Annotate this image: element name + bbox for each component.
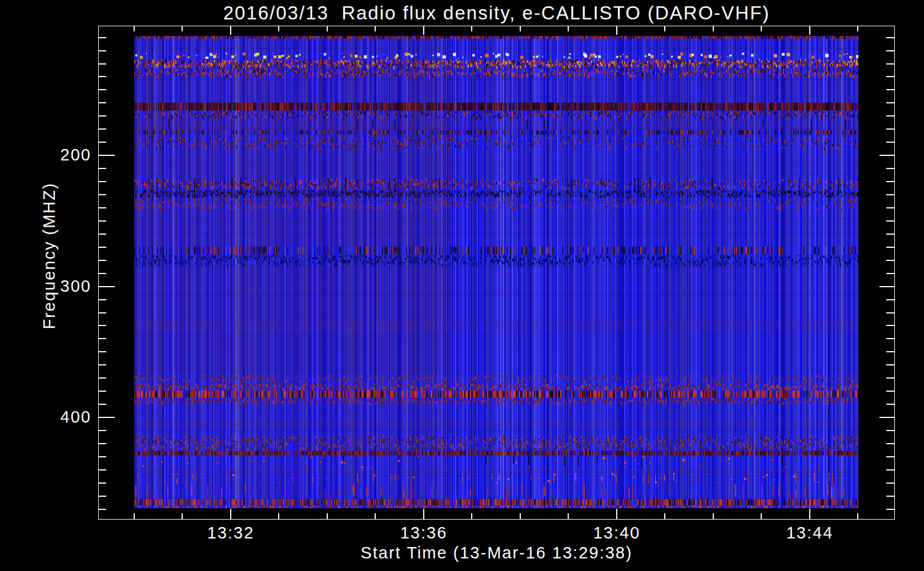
y-minor-tick-right: [886, 404, 894, 405]
y-minor-tick-right: [886, 273, 894, 274]
y-minor-tick: [99, 364, 106, 365]
x-minor-tick: [182, 513, 183, 519]
y-minor-tick-right: [886, 50, 894, 51]
y-minor-tick-right: [886, 456, 894, 457]
y-minor-tick-right: [886, 377, 894, 379]
y-minor-tick: [99, 234, 106, 235]
y-minor-tick: [99, 37, 106, 38]
y-minor-tick: [99, 482, 106, 484]
y-major-tick-right: [879, 417, 894, 418]
y-minor-tick-right: [886, 299, 894, 300]
y-minor-tick: [99, 273, 106, 274]
x-major-tick: [809, 509, 810, 519]
spectrogram-canvas: [134, 36, 858, 508]
y-minor-tick-right: [886, 338, 894, 339]
x-minor-tick-top: [568, 26, 569, 31]
y-minor-tick: [99, 391, 106, 392]
y-minor-tick-right: [886, 496, 894, 497]
y-minor-tick: [99, 299, 106, 300]
x-minor-tick: [278, 513, 279, 519]
x-minor-tick: [520, 513, 521, 519]
y-minor-tick: [99, 168, 106, 169]
y-minor-tick: [99, 260, 106, 261]
y-minor-tick-right: [886, 207, 894, 208]
x-tick-label: 13:36: [384, 524, 464, 542]
spectrogram-page: 2016/03/13 Radio flux density, e-CALLIST…: [0, 0, 924, 571]
y-tick-label: 300: [29, 277, 91, 296]
y-minor-tick-right: [886, 63, 894, 65]
x-minor-tick-top: [134, 26, 135, 31]
x-minor-tick: [713, 513, 714, 519]
y-minor-tick: [99, 509, 106, 510]
x-minor-tick-top: [761, 26, 762, 31]
y-minor-tick-right: [886, 482, 894, 484]
y-minor-tick: [99, 220, 106, 222]
y-minor-tick: [99, 325, 106, 326]
y-minor-tick: [99, 312, 106, 313]
y-major-tick-right: [879, 286, 894, 287]
y-minor-tick: [99, 443, 106, 444]
y-minor-tick-right: [886, 430, 894, 431]
y-minor-tick: [99, 404, 106, 405]
y-minor-tick: [99, 338, 106, 339]
y-major-tick-right: [879, 155, 894, 156]
y-minor-tick: [99, 50, 106, 51]
x-minor-tick-top: [713, 26, 714, 31]
y-minor-tick-right: [886, 168, 894, 169]
y-minor-tick-right: [886, 247, 894, 248]
x-minor-tick-top: [664, 26, 665, 31]
y-tick-label: 400: [29, 408, 91, 427]
x-minor-tick-top: [857, 26, 858, 31]
y-minor-tick-right: [886, 76, 894, 77]
y-minor-tick-right: [886, 260, 894, 261]
x-minor-tick-top: [278, 26, 279, 31]
x-major-tick: [616, 509, 617, 519]
y-minor-tick: [99, 430, 106, 431]
y-major-tick: [99, 417, 115, 418]
y-minor-tick-right: [886, 115, 894, 116]
x-minor-tick: [134, 513, 135, 519]
y-minor-tick: [99, 377, 106, 379]
x-tick-label: 13:32: [191, 524, 271, 542]
y-minor-tick-right: [886, 220, 894, 222]
x-minor-tick: [327, 513, 328, 519]
x-minor-tick: [568, 513, 569, 519]
x-major-tick-top: [616, 26, 617, 35]
y-minor-tick-right: [886, 142, 894, 143]
y-major-tick: [99, 155, 115, 156]
y-minor-tick-right: [886, 37, 894, 38]
y-minor-tick: [99, 207, 106, 208]
y-minor-tick: [99, 128, 106, 130]
y-minor-tick-right: [886, 128, 894, 130]
y-minor-tick: [99, 181, 106, 182]
x-minor-tick: [375, 513, 376, 519]
y-minor-tick-right: [886, 351, 894, 352]
x-minor-tick: [857, 513, 858, 519]
y-minor-tick-right: [886, 181, 894, 182]
y-minor-tick: [99, 89, 106, 90]
x-major-tick-top: [423, 26, 424, 35]
y-minor-tick: [99, 194, 106, 195]
y-minor-tick-right: [886, 194, 894, 195]
y-minor-tick-right: [886, 325, 894, 326]
y-minor-tick: [99, 469, 106, 471]
y-minor-tick: [99, 456, 106, 457]
x-minor-tick: [761, 513, 762, 519]
y-minor-tick-right: [886, 312, 894, 313]
y-minor-tick-right: [886, 391, 894, 392]
y-minor-tick-right: [886, 364, 894, 365]
x-tick-label: 13:40: [577, 524, 657, 542]
chart-title: 2016/03/13 Radio flux density, e-CALLIST…: [98, 2, 895, 24]
x-minor-tick: [471, 513, 472, 519]
y-minor-tick-right: [886, 89, 894, 90]
y-minor-tick: [99, 142, 106, 143]
y-minor-tick: [99, 102, 106, 103]
y-minor-tick-right: [886, 469, 894, 471]
y-minor-tick-right: [886, 509, 894, 510]
y-minor-tick: [99, 115, 106, 116]
x-major-tick: [230, 509, 231, 519]
x-minor-tick-top: [327, 26, 328, 31]
x-major-tick: [423, 509, 424, 519]
y-minor-tick: [99, 247, 106, 248]
y-minor-tick: [99, 63, 106, 65]
